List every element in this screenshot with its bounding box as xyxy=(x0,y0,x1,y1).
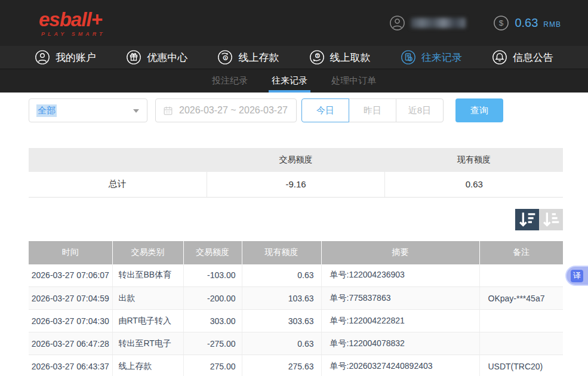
nav-label: 线上取款 xyxy=(330,51,371,64)
logo[interactable]: esball+ PLAY SMART xyxy=(39,10,106,37)
topbar-right: $ 0.63 RMB xyxy=(389,15,561,31)
cell-summary: 单号:122004236903 xyxy=(321,264,479,287)
date-range-value: 2026-03-27 ~ 2026-03-27 xyxy=(179,105,288,116)
calendar-icon xyxy=(162,105,174,116)
cell-balance: 0.63 xyxy=(242,264,321,287)
translate-icon: 译 xyxy=(571,270,583,282)
user-account-chip[interactable] xyxy=(389,15,466,31)
table-row: 2026-03-27 06:43:37 线上存款 275.00 275.63 单… xyxy=(29,355,563,376)
deposit-icon: $ xyxy=(217,50,233,65)
nav-item-announcements[interactable]: 信息公告 xyxy=(492,50,553,65)
filter-row: 全部 2026-03-27 ~ 2026-03-27 今日 昨日 近8日 查询 xyxy=(29,98,563,122)
username-redacted xyxy=(411,18,466,28)
cell-amount: 303.00 xyxy=(183,310,242,332)
record-subtabs: 投注纪录 往来记录 处理中订单 xyxy=(0,69,588,93)
sort-descending-button[interactable] xyxy=(515,209,539,230)
gift-icon xyxy=(126,50,141,65)
sort-ascending-button[interactable] xyxy=(539,209,563,230)
user-avatar-icon xyxy=(389,15,405,31)
date-range-input[interactable]: 2026-03-27 ~ 2026-03-27 xyxy=(155,98,297,122)
nav-item-my-account[interactable]: 我的账户 xyxy=(35,50,96,65)
cell-amount: -275.00 xyxy=(183,332,242,355)
col-summary: 摘要 xyxy=(321,241,479,264)
transactions-header-row: 时间 交易类别 交易额度 现有额度 摘要 备注 xyxy=(29,241,563,264)
cell-summary: 单号:122004222821 xyxy=(321,310,479,332)
summary-transaction-total: -9.16 xyxy=(207,172,385,197)
table-row: 2026-03-27 07:06:07 转出至BB体育 -103.00 0.63… xyxy=(29,264,563,287)
nav-label: 优惠中心 xyxy=(147,51,187,64)
query-button[interactable]: 查询 xyxy=(455,98,503,122)
content-area: 全部 2026-03-27 ~ 2026-03-27 今日 昨日 近8日 查询 xyxy=(0,93,588,376)
cell-amount: -200.00 xyxy=(183,287,242,310)
logo-text: esball+ xyxy=(39,10,106,29)
col-current-balance: 现有额度 xyxy=(242,241,321,264)
range-button-today[interactable]: 今日 xyxy=(301,98,349,122)
nav-label: 往来记录 xyxy=(421,51,462,64)
sort-ascending-icon xyxy=(539,208,563,232)
records-icon xyxy=(401,50,416,65)
cell-type: 出款 xyxy=(112,287,183,310)
cell-summary: 单号:202603274240892403 xyxy=(321,355,479,376)
balance-chip[interactable]: $ 0.63 RMB xyxy=(493,15,561,31)
tab-betting-records[interactable]: 投注纪录 xyxy=(209,69,251,93)
nav-label: 信息公告 xyxy=(513,51,553,64)
range-button-last-8-days[interactable]: 近8日 xyxy=(396,98,444,122)
cell-balance: 103.63 xyxy=(242,287,321,310)
nav-item-transaction-records[interactable]: 往来记录 xyxy=(401,50,462,65)
cell-type: 转出至BB体育 xyxy=(112,264,183,287)
tab-transaction-records[interactable]: 往来记录 xyxy=(269,69,310,93)
user-icon xyxy=(35,50,50,65)
cell-remark xyxy=(479,264,563,287)
cell-time: 2026-03-27 07:06:07 xyxy=(29,264,112,287)
nav-item-deposit[interactable]: $ 线上存款 xyxy=(217,50,279,65)
col-time: 时间 xyxy=(29,241,112,264)
nav-label: 线上存款 xyxy=(238,51,279,64)
cell-time: 2026-03-27 06:47:28 xyxy=(29,332,112,355)
balance-currency: RMB xyxy=(543,20,561,29)
cell-balance: 0.63 xyxy=(242,332,321,355)
balance-amount: 0.63 xyxy=(515,16,538,30)
cell-time: 2026-03-27 06:43:37 xyxy=(29,355,112,376)
tab-processing-orders[interactable]: 处理中订单 xyxy=(328,69,379,93)
nav-item-promotions[interactable]: 优惠中心 xyxy=(126,50,187,65)
table-row: 2026-03-27 06:47:28 转出至RT电子 -275.00 0.63… xyxy=(29,332,563,355)
table-row: 2026-03-27 07:04:30 由RT电子转入 303.00 303.6… xyxy=(29,310,563,332)
cell-summary: 单号:122004078832 xyxy=(321,332,479,355)
table-row: 2026-03-27 07:04:59 出款 -200.00 103.63 单号… xyxy=(29,287,563,310)
quick-range-group: 今日 昨日 近8日 xyxy=(301,98,444,122)
cell-balance: 303.63 xyxy=(242,310,321,332)
category-dropdown[interactable]: 全部 xyxy=(29,98,147,122)
withdraw-icon: $ xyxy=(309,50,325,65)
translate-floating-button[interactable]: 译 xyxy=(565,266,588,286)
summary-table: 交易额度 现有额度 总计 -9.16 0.63 xyxy=(29,148,563,198)
summary-col-transaction-amount: 交易额度 xyxy=(207,148,385,172)
col-remarks: 备注 xyxy=(479,241,563,264)
transactions-table: 时间 交易类别 交易额度 现有额度 摘要 备注 2026-03-27 07:06… xyxy=(29,241,563,376)
main-nav: 我的账户 优惠中心 $ 线上存款 $ xyxy=(0,46,588,69)
summary-balance-total: 0.63 xyxy=(385,172,563,197)
col-transaction-amount: 交易额度 xyxy=(183,241,242,264)
top-header: esball+ PLAY SMART $ 0.63 RMB xyxy=(0,0,588,46)
nav-label: 我的账户 xyxy=(56,51,96,64)
logo-tagline: PLAY SMART xyxy=(39,32,106,37)
summary-header-row: 交易额度 现有额度 xyxy=(29,148,563,172)
category-dropdown-value: 全部 xyxy=(36,104,57,117)
cell-type: 线上存款 xyxy=(112,355,183,376)
cell-type: 转出至RT电子 xyxy=(112,332,183,355)
summary-total-label: 总计 xyxy=(29,172,207,197)
cell-time: 2026-03-27 07:04:30 xyxy=(29,310,112,332)
cell-remark: USDT(TRC20) xyxy=(479,355,563,376)
announcement-bell-icon xyxy=(492,50,507,65)
summary-total-row: 总计 -9.16 0.63 xyxy=(29,172,563,197)
sort-controls xyxy=(29,209,563,230)
nav-item-withdraw[interactable]: $ 线上取款 xyxy=(309,50,371,65)
summary-col-blank xyxy=(29,148,207,172)
cell-balance: 275.63 xyxy=(242,355,321,376)
summary-col-current-balance: 现有额度 xyxy=(385,148,563,172)
cell-remark xyxy=(479,332,563,355)
cell-amount: -103.00 xyxy=(183,264,242,287)
range-button-yesterday[interactable]: 昨日 xyxy=(349,98,396,122)
svg-text:$: $ xyxy=(499,19,504,27)
chevron-down-icon xyxy=(133,109,139,113)
dollar-coin-icon: $ xyxy=(493,15,509,31)
